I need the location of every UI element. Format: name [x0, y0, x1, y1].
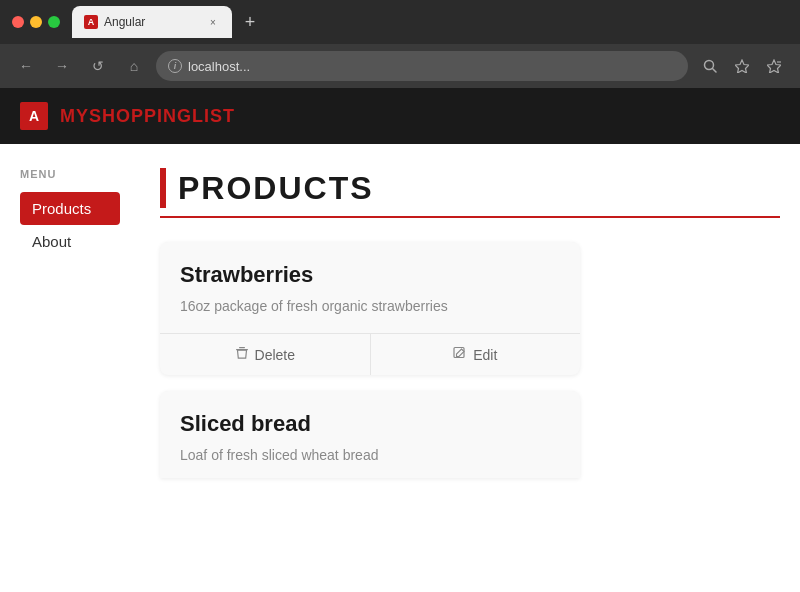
- product-card-body: Strawberries 16oz package of fresh organ…: [160, 242, 580, 333]
- delete-button[interactable]: Delete: [160, 334, 371, 375]
- edit-label: Edit: [473, 347, 497, 363]
- angular-logo: A: [20, 102, 48, 130]
- main-content: PRODUCTS Strawberries 16oz package of fr…: [140, 168, 800, 478]
- trash-icon: [235, 346, 249, 363]
- tab-title: Angular: [104, 15, 200, 29]
- app-header: A MYSHOPPINGLIST: [0, 88, 800, 144]
- app-title-suffix: LIST: [192, 106, 235, 126]
- edit-button[interactable]: Edit: [371, 334, 581, 375]
- page-title: PRODUCTS: [178, 170, 374, 207]
- svg-rect-6: [239, 347, 245, 348]
- forward-button[interactable]: →: [48, 52, 76, 80]
- app-title: MYSHOPPINGLIST: [60, 106, 235, 127]
- new-tab-button[interactable]: +: [236, 8, 264, 36]
- browser-titlebar: A Angular × +: [0, 0, 800, 44]
- product-card-actions: Delete Edit: [160, 333, 580, 375]
- app-container: A MYSHOPPINGLIST MENU Products About PRO…: [0, 88, 800, 592]
- page-header-accent: [160, 168, 166, 208]
- maximize-window-button[interactable]: [48, 16, 60, 28]
- home-button[interactable]: ⌂: [120, 52, 148, 80]
- product-card-sliced-bread: Sliced bread Loaf of fresh sliced wheat …: [160, 391, 580, 478]
- sidebar-nav: Products About: [20, 192, 120, 258]
- product-description-2: Loaf of fresh sliced wheat bread: [180, 445, 560, 466]
- svg-line-1: [713, 69, 717, 73]
- edit-icon: [453, 346, 467, 363]
- address-bar[interactable]: i localhost...: [156, 51, 688, 81]
- minimize-window-button[interactable]: [30, 16, 42, 28]
- nav-actions: [696, 52, 788, 80]
- product-card-strawberries: Strawberries 16oz package of fresh organ…: [160, 242, 580, 375]
- sidebar-item-products[interactable]: Products: [20, 192, 120, 225]
- delete-label: Delete: [255, 347, 295, 363]
- angular-favicon: A: [84, 15, 98, 29]
- product-description: 16oz package of fresh organic strawberri…: [180, 296, 560, 317]
- tab-close-button[interactable]: ×: [206, 15, 220, 29]
- product-name-2: Sliced bread: [180, 411, 560, 437]
- product-card-body-2: Sliced bread Loaf of fresh sliced wheat …: [160, 391, 580, 478]
- sidebar: MENU Products About: [0, 168, 140, 478]
- app-body: MENU Products About PRODUCTS Strawberrie…: [0, 144, 800, 502]
- sidebar-item-about[interactable]: About: [20, 225, 120, 258]
- app-title-prefix: MY: [60, 106, 89, 126]
- browser-navbar: ← → ↺ ⌂ i localhost...: [0, 44, 800, 88]
- info-icon: i: [168, 59, 182, 73]
- page-header: PRODUCTS: [160, 168, 780, 218]
- back-button[interactable]: ←: [12, 52, 40, 80]
- tab-bar: A Angular × +: [72, 6, 788, 38]
- app-title-brand: SHOPPING: [89, 106, 192, 126]
- search-icon[interactable]: [696, 52, 724, 80]
- browser-window: A Angular × + ← → ↺ ⌂ i localhost...: [0, 0, 800, 592]
- sidebar-menu-label: MENU: [20, 168, 120, 180]
- close-window-button[interactable]: [12, 16, 24, 28]
- browser-tab-angular[interactable]: A Angular ×: [72, 6, 232, 38]
- reload-button[interactable]: ↺: [84, 52, 112, 80]
- address-text: localhost...: [188, 59, 250, 74]
- bookmark-icon[interactable]: [728, 52, 756, 80]
- bookmarks-icon[interactable]: [760, 52, 788, 80]
- svg-marker-2: [735, 60, 749, 73]
- traffic-lights: [12, 16, 60, 28]
- product-name: Strawberries: [180, 262, 560, 288]
